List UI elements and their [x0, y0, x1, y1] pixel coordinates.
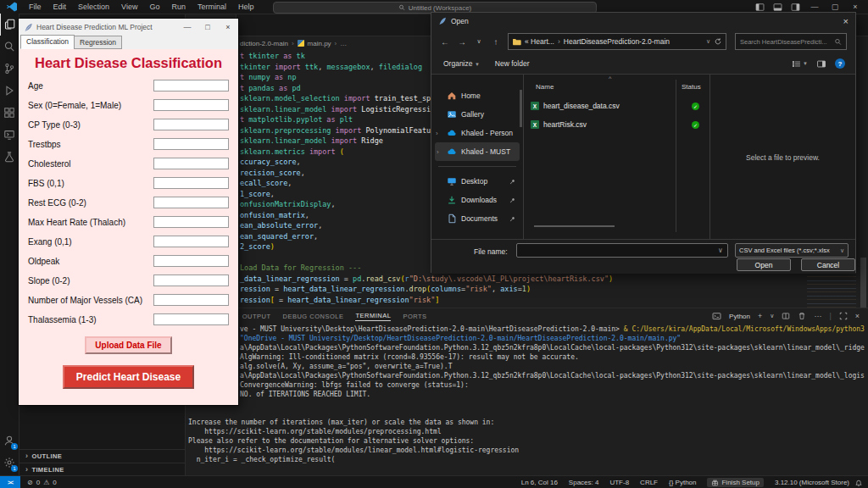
tk-titlebar[interactable]: Heart Disease Prediction ML Project — □ …	[19, 19, 238, 36]
breadcrumb-item[interactable]: main.py	[308, 40, 331, 47]
source-control-icon[interactable]	[0, 58, 19, 80]
menu-view[interactable]: View	[115, 3, 143, 11]
run-and-debug-icon[interactable]	[0, 80, 19, 102]
close-button[interactable]: ×	[849, 3, 861, 11]
forward-icon[interactable]: →	[453, 37, 470, 47]
field-input-age[interactable]	[153, 80, 229, 92]
tk-close-button[interactable]: ×	[218, 19, 238, 36]
explorer-icon[interactable]	[0, 14, 19, 36]
breadcrumb-parent[interactable]: « Heart...	[525, 37, 554, 46]
menu-go[interactable]: Go	[143, 3, 165, 11]
status-finish-setup[interactable]: Finish Setup	[707, 478, 763, 487]
file-name-dropdown-icon[interactable]: ∨	[718, 247, 723, 254]
refresh-icon[interactable]	[714, 37, 722, 46]
extensions-icon[interactable]	[0, 102, 19, 124]
field-input-trestbps[interactable]	[153, 138, 229, 150]
field-input-cholesterol[interactable]	[153, 158, 229, 169]
more-actions-icon[interactable]: ···	[814, 312, 821, 320]
breadcrumb-item[interactable]: …	[340, 40, 347, 47]
upload-data-button[interactable]: Upload Data File	[85, 336, 171, 354]
view-mode-button[interactable]: ▼	[792, 59, 808, 69]
sidebar-section-outline[interactable]: › OUTLINE	[19, 449, 185, 462]
nav-item-downloads[interactable]: Downloads	[431, 191, 523, 209]
toggle-sidebar-icon[interactable]	[755, 3, 765, 12]
file-type-filter[interactable]: CSV and Excel files (*.csv;*.xlsx ∨	[735, 243, 849, 258]
panel-tab-ports[interactable]: PORTS	[403, 313, 426, 320]
minimize-button[interactable]: —	[809, 3, 821, 11]
remote-explorer-icon[interactable]	[0, 124, 19, 146]
field-input-fbs-0-1[interactable]	[153, 177, 229, 189]
kill-terminal-icon[interactable]	[798, 312, 806, 320]
maximize-panel-icon[interactable]	[839, 312, 848, 320]
column-header-name[interactable]: Name	[536, 83, 554, 91]
chevron-expand-icon[interactable]: ›	[436, 130, 438, 137]
search-icon[interactable]	[0, 36, 19, 58]
breadcrumb-item[interactable]: diction-2.0-main	[240, 40, 288, 47]
new-folder-button[interactable]: New folder	[495, 59, 530, 68]
new-terminal-icon[interactable]: +	[758, 312, 762, 320]
status-ln-6-col-16[interactable]: Ln 6, Col 16	[521, 479, 558, 486]
cancel-button[interactable]: Cancel	[801, 258, 855, 271]
menu-selection[interactable]: Selection	[72, 3, 115, 11]
status-spaces-4[interactable]: Spaces: 4	[569, 479, 599, 486]
status-python[interactable]: {} Python	[669, 479, 696, 486]
close-panel-icon[interactable]: ×	[855, 312, 860, 320]
breadcrumb[interactable]: diction-2.0-main›main.py›…	[240, 37, 347, 49]
menu-help[interactable]: Help	[232, 3, 260, 11]
sidebar-scrollbar[interactable]	[520, 90, 522, 127]
breadcrumb-folder[interactable]: HeartDiseasePrediction-2.0-main	[564, 37, 670, 46]
up-icon[interactable]: ↑	[487, 37, 504, 47]
maximize-button[interactable]: ▢	[829, 3, 841, 11]
tk-maximize-button[interactable]: □	[198, 19, 218, 36]
file-row-heartrisk-csv[interactable]: XheartRisk.csv✓	[531, 119, 704, 130]
toggle-panel-icon[interactable]	[773, 3, 782, 12]
recent-locations-icon[interactable]: ∨	[470, 38, 487, 45]
problems-indicator[interactable]: ⊘0 ⚠0	[27, 479, 57, 486]
menu-terminal[interactable]: Terminal	[192, 3, 232, 11]
dialog-titlebar[interactable]: Open ×	[431, 13, 855, 30]
address-bar[interactable]: « Heart... › HeartDiseasePrediction-2.0-…	[508, 33, 726, 50]
nav-item-khaled-person[interactable]: ›Khaled - Person	[431, 124, 523, 142]
accounts-icon[interactable]: 1	[0, 430, 19, 452]
predict-button[interactable]: Predict Heart Disease	[63, 365, 194, 389]
menu-run[interactable]: Run	[165, 3, 192, 11]
field-input-max-heart-rate-thalach[interactable]	[153, 216, 229, 228]
menu-edit[interactable]: Edit	[47, 3, 73, 11]
help-icon[interactable]: ?	[835, 58, 845, 69]
dialog-close-icon[interactable]: ×	[843, 16, 849, 26]
tk-tab-classification[interactable]: Classification	[20, 35, 75, 49]
file-list-hscrollbar[interactable]	[534, 225, 615, 227]
back-icon[interactable]: ←	[437, 37, 453, 47]
status-3-12-10-microsoft-store[interactable]: 3.12.10 (Microsoft Store)	[775, 479, 849, 486]
dialog-search-input[interactable]: Search HeartDiseasePredicti...	[735, 33, 847, 50]
notifications-bell-icon[interactable]	[854, 479, 863, 487]
sidebar-section-timeline[interactable]: › TIMELINE	[19, 463, 185, 475]
terminal-dropdown-icon[interactable]: ∨	[770, 313, 774, 319]
field-input-number-of-major-vessels-ca[interactable]	[153, 294, 229, 306]
file-row-heart-disease-data-csv[interactable]: Xheart_disease_data.csv✓	[531, 100, 704, 112]
open-button[interactable]: Open	[737, 258, 791, 271]
organize-menu[interactable]: Organize ▼	[443, 59, 480, 68]
nav-item-gallery[interactable]: Gallery	[431, 105, 523, 124]
split-terminal-icon[interactable]	[782, 312, 790, 320]
terminal-shell-label[interactable]: Python	[729, 313, 750, 320]
panel-tab-output[interactable]: OUTPUT	[242, 313, 271, 320]
menu-file[interactable]: File	[23, 3, 47, 11]
nav-item-khaled-must[interactable]: ›Khaled - MUST	[435, 142, 520, 161]
editor-scrollbar[interactable]	[860, 258, 866, 308]
field-input-rest-ecg-0-2[interactable]	[153, 197, 229, 208]
nav-item-desktop[interactable]: Desktop	[431, 172, 523, 191]
field-input-cp-type-0-3[interactable]	[153, 119, 229, 130]
status-crlf[interactable]: CRLF	[640, 479, 658, 486]
field-input-slope-0-2[interactable]	[153, 274, 229, 286]
panel-tab-debug-console[interactable]: DEBUG CONSOLE	[283, 313, 344, 320]
field-input-sex-0-female-1-male[interactable]	[153, 99, 229, 111]
tk-minimize-button[interactable]: —	[177, 19, 198, 36]
remote-indicator[interactable]: ><	[0, 476, 20, 488]
settings-gear-icon[interactable]: 1	[0, 452, 19, 474]
panel-tab-terminal[interactable]: TERMINAL	[355, 312, 391, 321]
testing-icon[interactable]	[0, 146, 19, 168]
address-dropdown-icon[interactable]: ∨	[706, 38, 710, 45]
preview-pane-icon[interactable]	[816, 59, 826, 69]
field-input-oldpeak[interactable]	[153, 255, 229, 267]
